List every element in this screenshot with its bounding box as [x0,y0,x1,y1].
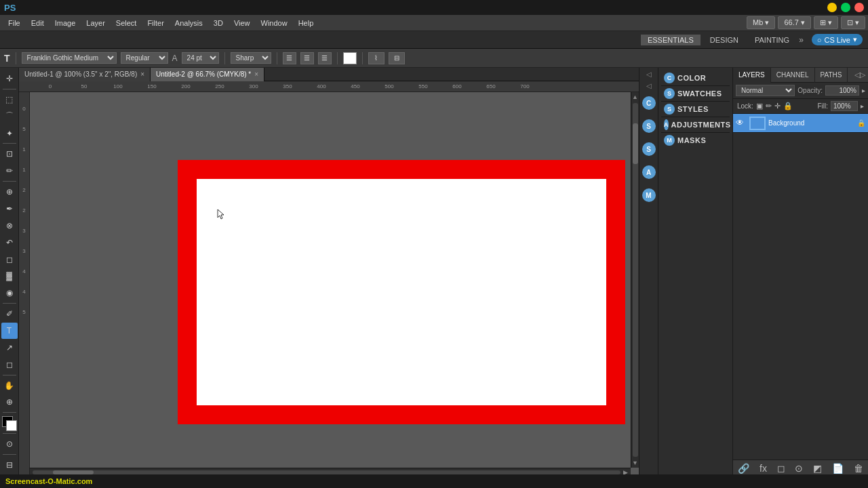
screen-mode-button[interactable]: ⊟ [1,457,18,473]
type-tool[interactable]: T [1,323,18,339]
move-tool[interactable]: ✛ [1,70,18,87]
menu-select[interactable]: Select [111,18,142,28]
tab-2-close[interactable]: × [254,70,258,78]
new-layer-btn[interactable]: 📄 [829,463,846,474]
crop-tool[interactable]: ⊡ [1,146,18,162]
menu-layer[interactable]: Layer [81,18,111,28]
hand-tool[interactable]: ✋ [1,378,18,394]
foreground-color-swatch[interactable] [2,416,17,431]
lock-transparency-icon[interactable]: ▣ [756,102,763,110]
menu-help[interactable]: Help [293,18,319,28]
h-scroll-thumb[interactable] [53,470,94,474]
marquee-tool[interactable]: ⬚ [1,92,18,108]
lock-all-icon[interactable]: 🔒 [783,102,793,110]
text-color-swatch[interactable] [343,52,357,64]
mode-button[interactable]: Mb ▾ [747,16,775,29]
expand-arrow-top[interactable]: ◁ [639,70,658,78]
font-size-select[interactable]: 24 pt [182,52,219,64]
tab-1-close[interactable]: × [140,70,144,78]
layer-style-btn[interactable]: fx [757,463,770,474]
align-left-button[interactable]: ☰ [283,52,296,64]
menu-image[interactable]: Image [50,18,81,28]
minimize-button[interactable] [827,3,837,12]
layers-tab[interactable]: LAYERS [733,68,771,83]
color-panel-icon[interactable]: C [642,96,656,110]
transform-toggle-button[interactable]: ⊟ [389,52,405,64]
workspace-more[interactable]: » [799,35,804,45]
v-scroll-down[interactable]: ▼ [632,460,638,466]
screen-button[interactable]: ⊡ ▾ [841,16,865,29]
healing-brush-tool[interactable]: ⊕ [1,184,18,200]
masks-panel-label[interactable]: MASKS [677,136,706,144]
workspace-essentials[interactable]: ESSENTIALS [641,35,701,45]
color-panel-label[interactable]: COLOR [677,74,706,82]
brush-tool[interactable]: ✒ [1,201,18,217]
menu-3d[interactable]: 3D [208,18,229,28]
zoom-button[interactable]: 66.7 ▾ [778,16,810,29]
zoom-tool[interactable]: ⊕ [1,394,18,410]
swatches-panel-icon[interactable]: S [642,119,656,133]
quick-mask-button[interactable]: ⊙ [1,436,18,452]
menu-filter[interactable]: Filter [142,18,169,28]
eraser-tool[interactable]: ◻ [1,251,18,268]
path-select-tool[interactable]: ↗ [1,340,18,356]
quick-select-tool[interactable]: ✦ [1,125,18,142]
link-layers-btn[interactable]: 🔗 [735,463,752,474]
menu-file[interactable]: File [3,18,26,28]
menu-edit[interactable]: Edit [26,18,50,28]
layer-row-background[interactable]: 👁 Background 🔒 [733,114,868,133]
clone-stamp-tool[interactable]: ⊗ [1,218,18,234]
v-scroll-up[interactable]: ▲ [632,94,638,100]
history-brush-tool[interactable]: ↶ [1,235,18,251]
fill-arrow[interactable]: ▸ [861,102,864,110]
menu-view[interactable]: View [229,18,256,28]
delete-layer-btn[interactable]: 🗑 [851,463,866,474]
new-group-btn[interactable]: ◩ [810,463,825,474]
fill-input[interactable] [831,101,858,111]
eyedropper-tool[interactable]: ✏ [1,163,18,179]
align-right-button[interactable]: ☰ [318,52,332,64]
menu-analysis[interactable]: Analysis [170,18,208,28]
pen-tool[interactable]: ✐ [1,306,18,322]
channel-tab[interactable]: CHANNEL [771,68,815,83]
document-tab-2[interactable]: Untitled-2 @ 66.7% (CMYK/8) * × [151,68,264,81]
masks-panel-icon[interactable]: M [642,188,656,202]
align-center-button[interactable]: ☰ [300,52,314,64]
expand-arrow-bottom[interactable]: ◁ [639,82,658,89]
lock-brush-icon[interactable]: ✏ [766,102,772,110]
panel-expand-btn[interactable]: ◁▷ [852,70,868,79]
opacity-arrow[interactable]: ▸ [862,87,865,94]
styles-panel-label[interactable]: STYLES [677,105,709,113]
v-scroll-thumb[interactable] [633,123,638,164]
warp-text-button[interactable]: ⌇ [368,52,384,64]
add-mask-btn[interactable]: ◻ [774,463,788,474]
blend-mode-select[interactable]: Normal [736,85,795,96]
close-button[interactable] [854,3,864,12]
canvas-viewport[interactable] [30,92,639,476]
font-family-select[interactable]: Franklin Gothic Medium [22,52,117,64]
lock-position-icon[interactable]: ✛ [774,102,781,110]
swatches-panel-label[interactable]: SWATCHES [677,89,722,98]
tool-preset-btn[interactable]: T [4,53,10,64]
adjustments-panel-icon[interactable]: A [642,165,656,179]
layer-visibility-icon[interactable]: 👁 [736,118,747,129]
adjustments-panel-label[interactable]: ADJUSTMENTS [671,121,731,129]
shape-tool[interactable]: ◻ [1,357,18,373]
paths-tab[interactable]: PATHS [815,68,848,83]
arrange-button[interactable]: ⊞ ▾ [814,16,838,29]
maximize-button[interactable] [841,3,850,12]
workspace-design[interactable]: DESIGN [703,35,745,45]
menu-window[interactable]: Window [256,18,293,28]
vertical-scrollbar[interactable]: ▲ ▼ [631,92,639,468]
gradient-tool[interactable]: ▓ [1,268,18,284]
document-tab-1[interactable]: Untitled-1 @ 100% (3.5" x 2", RGB/8) × [19,68,151,81]
adjustment-btn[interactable]: ⊙ [792,463,806,474]
font-style-select[interactable]: Regular [121,52,168,64]
opacity-input[interactable] [825,85,859,96]
styles-panel-icon[interactable]: S [642,142,656,156]
blur-tool[interactable]: ◉ [1,285,18,301]
aa-select[interactable]: Sharp [231,52,271,64]
workspace-painting[interactable]: PAINTING [748,35,796,45]
lasso-tool[interactable]: ⌒ [1,108,18,125]
cs-live-button[interactable]: ○ CS Live ▾ [812,34,863,45]
